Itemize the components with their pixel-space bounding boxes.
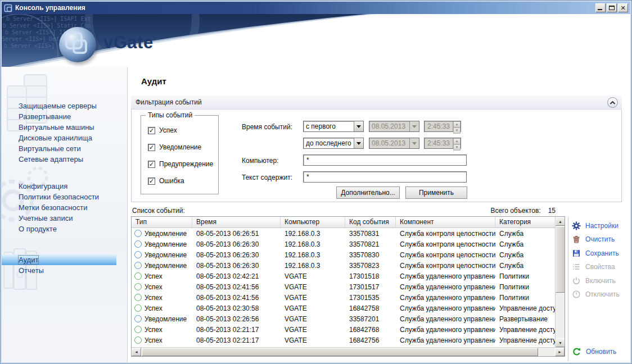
cell-code: 33570830 [345,251,396,259]
sidebar-item-about[interactable]: О продукте [2,224,116,234]
column-header-computer[interactable]: Компьютер [281,217,345,228]
column-header-code[interactable]: Код события [345,217,396,228]
column-header-component[interactable]: Компонент [396,217,495,228]
sidebar-item-configuration[interactable]: Конфигурация [2,181,116,192]
cell-type: Успех [132,283,192,291]
total-objects-label: Всего объектов: [490,207,540,215]
cell-category: Служба [495,262,555,270]
refresh-action[interactable]: Обновить [572,347,616,357]
cell-component: Служба удаленного управления [396,336,495,344]
sidebar-item-network-adapters[interactable]: Сетевые адаптеры [2,154,116,165]
cell-category: Управление доступом [495,326,555,334]
sidebar-item-virtual-machines[interactable]: Виртуальные машины [2,122,116,133]
main-content: Аудит Фильтрация событий Типы событий ✓ … [128,67,630,362]
table-row[interactable]: Уведомление 08-05-2013 06:26:30 192.168.… [132,239,555,249]
table-row[interactable]: Успех 08-05-2013 02:42:21 VGATE 17301518… [132,271,555,281]
scroll-right-icon[interactable]: ► [555,348,565,356]
cell-component: Служба удаленного управления [396,304,495,312]
cell-type: Успех [132,294,192,302]
cell-time: 08-05-2013 02:41:56 [192,283,281,291]
title-bar: Консоль управления ✕ [2,2,630,14]
cell-code: 17301518 [345,272,396,280]
cell-time: 08-05-2013 02:30:58 [192,304,281,312]
column-header-type[interactable]: Тип [132,217,192,228]
horizontal-scroll-thumb[interactable] [142,348,538,356]
minimize-button[interactable] [595,3,606,12]
cell-type: Уведомление [132,251,192,259]
text-contains-input[interactable]: * [303,171,467,183]
time-to-spinner: 2:45:33 ▲▼ [424,138,461,149]
advanced-button[interactable]: Дополнительно... [336,186,400,199]
table-row[interactable]: Уведомление 08-05-2013 02:26:56 VGATE 33… [132,313,555,324]
column-header-category[interactable]: Категория [495,217,556,228]
cell-type: Уведомление [132,315,192,323]
sidebar-item-security-labels[interactable]: Метки безопасности [2,202,116,213]
window-title: Консоль управления [15,4,595,12]
cell-category: Развертывание [495,315,555,323]
event-type-icon [134,272,142,280]
sidebar-item-virtual-networks[interactable]: Виртуальные сети [2,143,116,154]
table-row[interactable]: Успех 08-05-2013 02:41:56 VGATE 17301517… [132,281,555,292]
checkbox-notification[interactable]: ✓ Уведомление [148,143,201,151]
table-row[interactable]: Уведомление 08-05-2013 06:26:30 192.168.… [132,260,555,271]
cell-code: 16842756 [345,336,396,344]
list-icon [572,262,581,271]
cell-time: 08-05-2013 06:26:30 [192,262,281,270]
scroll-left-icon[interactable]: ◄ [132,348,141,356]
vertical-scroll-thumb[interactable] [556,226,565,293]
table-row[interactable]: Успех 08-05-2013 02:30:58 VGATE 16842758… [132,303,555,313]
checkbox-warning[interactable]: ✓ Предупреждение [148,160,213,168]
cell-component: Служба удаленного управления [396,315,495,323]
event-type-icon [134,326,142,333]
cell-type: Успех [132,272,192,280]
checkbox-error[interactable]: ✓ Ошибка [148,177,184,185]
event-type-icon [134,251,142,258]
save-action[interactable]: Сохранить [572,248,619,258]
collapse-filter-button[interactable] [607,97,618,108]
checkbox-success[interactable]: ✓ Успех [148,126,177,134]
column-header-time[interactable]: Время [192,217,281,228]
sidebar-item-security-policies[interactable]: Политики безопасности [2,192,116,202]
time-from-select[interactable]: с первого [303,121,364,132]
horizontal-scrollbar[interactable]: ◄ ► [132,347,565,356]
table-row[interactable]: Уведомление 08-05-2013 06:26:30 192.168.… [132,249,555,260]
cell-category: Политики [495,283,555,291]
scroll-track[interactable] [538,348,555,356]
sidebar-item-reports[interactable]: Отчеты [2,265,116,276]
cell-computer: VGATE [281,304,345,312]
settings-action[interactable]: Настройки [572,221,619,231]
cell-code: 16842758 [345,304,396,312]
clear-action[interactable]: Очистить [572,234,615,244]
date-to-field: 08.05.2013 [369,138,419,149]
cell-component: Служба удаленного управления [396,283,495,291]
time-to-select[interactable]: до последнего [303,138,364,149]
table-row[interactable]: Успех 08-05-2013 02:21:17 VGATE 16842768… [132,324,555,335]
trash-icon [572,235,581,244]
scroll-up-icon[interactable]: ▲ [556,217,565,226]
sidebar-item-deployment[interactable]: Развертывание [2,111,116,122]
apply-button[interactable]: Применить [405,186,467,199]
computer-input[interactable]: * [303,154,467,166]
total-objects-value: 15 [548,207,556,215]
sidebar-item-audit[interactable]: Аудит [2,254,116,265]
table-row[interactable]: Успех 08-05-2013 02:21:17 VGATE 16842756… [132,335,555,345]
filter-panel: Типы событий ✓ Успех ✓ Уведомление ✓ Пре… [131,110,622,202]
sidebar-item-accounts[interactable]: Учетные записи [2,213,116,224]
power-on-icon [572,276,581,285]
vertical-scrollbar[interactable]: ▲ ▼ [555,217,565,347]
cell-time: 08-05-2013 06:26:30 [192,240,281,248]
table-row[interactable]: Уведомление 08-05-2013 06:26:51 192.168.… [132,228,555,239]
close-button[interactable]: ✕ [618,3,628,12]
cell-type: Успех [132,304,192,312]
cell-component: Служба контроля целостности [396,251,495,259]
maximize-button[interactable] [607,3,617,12]
cell-computer: 192.168.0.3 [281,251,345,259]
cell-category: Служба [495,230,555,238]
power-off-icon [572,290,581,299]
table-row[interactable]: Успех 08-05-2013 02:41:56 VGATE 17301535… [132,292,555,303]
scroll-down-icon[interactable]: ▼ [556,338,565,347]
chevron-up-icon [610,101,616,105]
sidebar-item-disk-storage[interactable]: Дисковые хранилища [2,133,116,143]
sidebar-item-protected-servers[interactable]: Защищаемые серверы [2,101,116,111]
event-type-icon [134,315,142,322]
